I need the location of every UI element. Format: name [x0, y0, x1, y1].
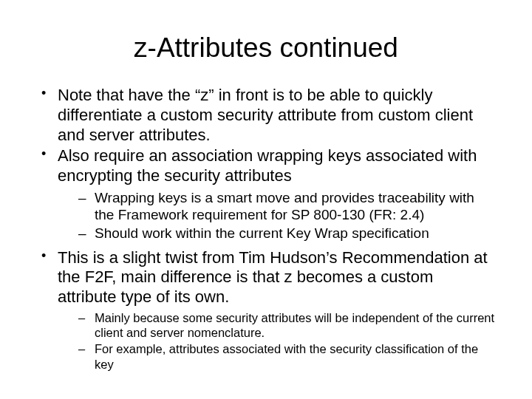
bullet-text: Also require an association wrapping key… — [58, 146, 477, 185]
bullet-item: Also require an association wrapping key… — [37, 146, 495, 242]
sub-bullet-item: Should work within the current Key Wrap … — [58, 225, 495, 242]
bullet-item: Note that have the “z” in front is to be… — [37, 86, 495, 145]
sub-bullet-text: Wrapping keys is a smart move and provid… — [95, 190, 474, 222]
sub-bullet-list: Wrapping keys is a smart move and provid… — [58, 189, 495, 242]
sub-bullet-item: Wrapping keys is a smart move and provid… — [58, 189, 495, 223]
bullet-text: Note that have the “z” in front is to be… — [58, 86, 473, 144]
sub-bullet-list: Mainly because some security attributes … — [58, 310, 495, 372]
sub-bullet-item: Mainly because some security attributes … — [58, 310, 495, 340]
bullet-text: This is a slight twist from Tim Hudson’s… — [58, 248, 488, 307]
sub-bullet-text: Should work within the current Key Wrap … — [95, 225, 429, 241]
sub-bullet-item: For example, attributes associated with … — [58, 341, 495, 371]
sub-bullet-text: Mainly because some security attributes … — [95, 311, 494, 339]
slide: z-Attributes continued Note that have th… — [0, 0, 532, 399]
slide-title: z-Attributes continued — [37, 33, 495, 64]
sub-bullet-text: For example, attributes associated with … — [95, 342, 478, 370]
bullet-item: This is a slight twist from Tim Hudson’s… — [37, 248, 495, 372]
bullet-list: Note that have the “z” in front is to be… — [37, 86, 495, 372]
